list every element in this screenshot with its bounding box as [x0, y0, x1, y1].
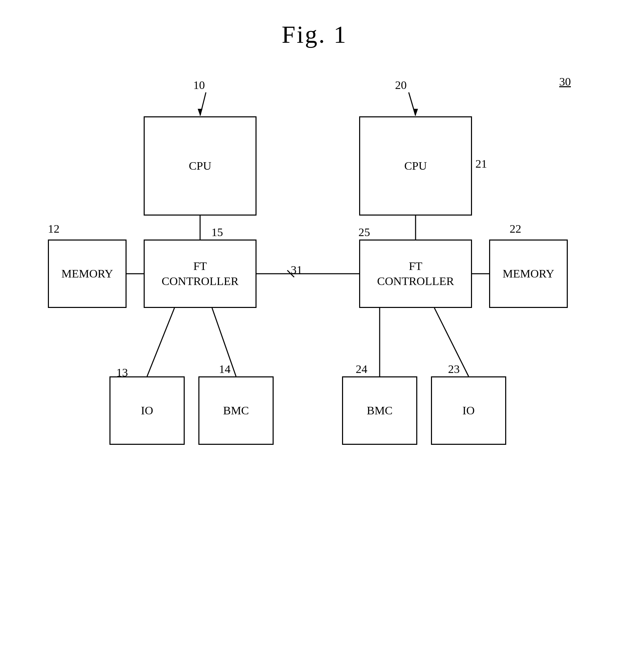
label-22: 22 [510, 222, 521, 235]
bmc2-label: BMC [367, 403, 393, 418]
diagram: Fig. 1 30 10 20 CPU CPU 11 21 MEMORY 12 … [0, 0, 629, 672]
svg-line-10 [147, 308, 174, 376]
memory1-box: MEMORY [48, 240, 127, 308]
bmc1-label: BMC [223, 403, 249, 418]
cpu2-box: CPU [359, 116, 472, 216]
ftc2-box: FTCONTROLLER [359, 240, 472, 308]
cpu2-label: CPU [404, 158, 427, 173]
label-20-top: 20 [395, 79, 407, 92]
ftc2-label: FTCONTROLLER [377, 259, 454, 289]
svg-line-0 [200, 92, 206, 116]
label-21: 21 [475, 157, 487, 170]
bmc1-box: BMC [198, 376, 274, 445]
label-13: 13 [116, 366, 128, 379]
label-14: 14 [219, 363, 231, 376]
label-10-top: 10 [193, 79, 205, 92]
io2-label: IO [462, 403, 475, 418]
label-23: 23 [448, 363, 460, 376]
label-30: 30 [559, 75, 571, 88]
memory1-label: MEMORY [61, 266, 113, 281]
memory2-label: MEMORY [502, 266, 554, 281]
io1-box: IO [109, 376, 185, 445]
ftc1-box: FTCONTROLLER [144, 240, 257, 308]
svg-marker-3 [413, 109, 418, 116]
label-25: 25 [358, 226, 370, 239]
cpu1-box: CPU [144, 116, 257, 216]
figure-title: Fig. 1 [281, 21, 347, 49]
label-24: 24 [356, 363, 367, 376]
svg-marker-1 [198, 109, 202, 116]
io2-box: IO [431, 376, 506, 445]
cpu1-label: CPU [189, 158, 211, 173]
io1-label: IO [141, 403, 153, 418]
memory2-box: MEMORY [489, 240, 568, 308]
svg-line-2 [409, 92, 416, 116]
label-12: 12 [48, 222, 60, 235]
connection-lines [0, 0, 629, 672]
bmc2-box: BMC [342, 376, 417, 445]
label-31: 31 [291, 263, 302, 276]
ftc1-label: FTCONTROLLER [162, 259, 239, 289]
label-15: 15 [211, 226, 223, 239]
